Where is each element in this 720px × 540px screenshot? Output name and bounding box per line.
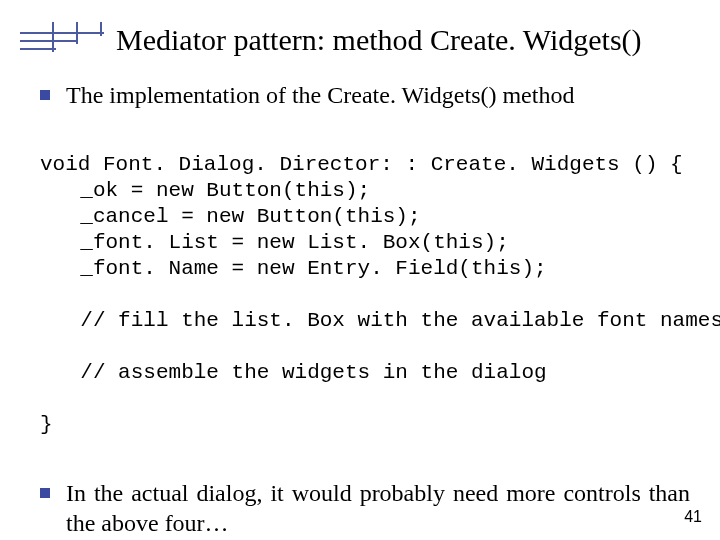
square-bullet-icon — [40, 90, 50, 100]
bullet-item: The implementation of the Create. Widget… — [40, 80, 690, 110]
bullet-text: The implementation of the Create. Widget… — [66, 80, 574, 110]
bullet-text: In the actual dialog, it would probably … — [66, 478, 690, 538]
code-line: void Font. Dialog. Director: : Create. W… — [40, 153, 683, 176]
slide-body: The implementation of the Create. Widget… — [40, 80, 690, 540]
code-line: } — [40, 413, 53, 436]
square-bullet-icon — [40, 488, 50, 498]
slide-title: Mediator pattern: method Create. Widgets… — [116, 22, 642, 58]
page-number: 41 — [684, 508, 702, 526]
code-block: void Font. Dialog. Director: : Create. W… — [40, 126, 690, 464]
bullet-item: In the actual dialog, it would probably … — [40, 478, 690, 538]
code-line: _ok = new Button(this); — [40, 178, 690, 204]
code-comment: // fill the list. Box with the available… — [40, 308, 690, 334]
code-line: _font. List = new List. Box(this); — [40, 230, 690, 256]
title-ornament-icon — [20, 22, 106, 56]
code-comment: // assemble the widgets in the dialog — [40, 360, 690, 386]
slide: Mediator pattern: method Create. Widgets… — [0, 0, 720, 540]
code-line: _font. Name = new Entry. Field(this); — [40, 256, 690, 282]
code-line: _cancel = new Button(this); — [40, 204, 690, 230]
